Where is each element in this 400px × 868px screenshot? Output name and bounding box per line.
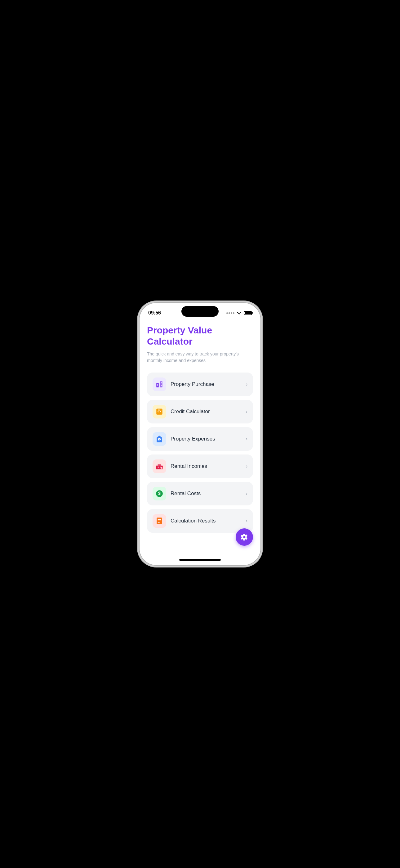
- svg-rect-22: [158, 521, 161, 521]
- main-content: Property Value Calculator The quick and …: [139, 318, 261, 554]
- chevron-icon-1: ›: [246, 409, 247, 414]
- svg-rect-0: [156, 383, 159, 388]
- svg-rect-13: [158, 467, 159, 468]
- rental-incomes-label: Rental Incomes: [171, 463, 207, 469]
- menu-item-calculation-results[interactable]: Calculation Results ›: [147, 509, 253, 533]
- svg-rect-21: [158, 519, 161, 520]
- calculation-results-label: Calculation Results: [171, 518, 216, 524]
- wifi-icon: [236, 311, 242, 315]
- home-bar: [179, 559, 221, 561]
- menu-item-rental-costs[interactable]: $ Rental Costs ›: [147, 482, 253, 505]
- chevron-icon-2: ›: [246, 436, 247, 442]
- menu-item-property-purchase[interactable]: Property Purchase ›: [147, 373, 253, 396]
- gear-icon: [241, 533, 248, 541]
- property-expenses-icon: $: [153, 432, 166, 446]
- svg-text:$: $: [158, 491, 161, 496]
- dynamic-island: [181, 306, 219, 317]
- svg-rect-5: [161, 384, 162, 384]
- svg-rect-2: [158, 384, 158, 385]
- app-subtitle: The quick and easy way to track your pro…: [147, 351, 253, 364]
- svg-rect-4: [161, 382, 162, 383]
- menu-item-rental-incomes[interactable]: $ Rental Incomes ›: [147, 455, 253, 478]
- home-indicator: [139, 554, 261, 565]
- svg-rect-6: [161, 385, 162, 385]
- credit-calculator-icon: ÷× +-: [153, 405, 166, 418]
- svg-rect-15: [158, 464, 161, 466]
- svg-text:+-: +-: [158, 408, 161, 411]
- signal-icon: [226, 312, 234, 314]
- phone-screen: 09:56: [139, 303, 261, 565]
- svg-rect-3: [158, 385, 158, 386]
- chevron-icon-0: ›: [246, 381, 247, 387]
- app-title: Property Value Calculator: [147, 325, 253, 347]
- rental-costs-icon: $: [153, 487, 166, 500]
- rental-incomes-icon: $: [153, 460, 166, 473]
- rental-costs-label: Rental Costs: [171, 491, 201, 497]
- status-time: 09:56: [148, 310, 161, 316]
- property-purchase-icon: [153, 377, 166, 391]
- svg-rect-23: [158, 522, 160, 523]
- phone-frame: 09:56: [139, 303, 261, 565]
- menu-item-credit-calculator[interactable]: ÷× +- Credit Calculator ›: [147, 400, 253, 424]
- chevron-icon-5: ›: [246, 518, 247, 524]
- menu-item-property-expenses[interactable]: $ Property Expenses ›: [147, 427, 253, 451]
- settings-fab[interactable]: [236, 528, 253, 546]
- chevron-icon-3: ›: [246, 464, 247, 469]
- property-purchase-label: Property Purchase: [171, 381, 214, 388]
- chevron-icon-4: ›: [246, 491, 247, 496]
- menu-list: Property Purchase › ÷× +-: [147, 373, 253, 533]
- status-icons: [226, 311, 252, 315]
- calculation-results-icon: [153, 514, 166, 528]
- battery-icon: [244, 311, 252, 315]
- property-expenses-label: Property Expenses: [171, 436, 215, 442]
- credit-calculator-label: Credit Calculator: [171, 408, 210, 415]
